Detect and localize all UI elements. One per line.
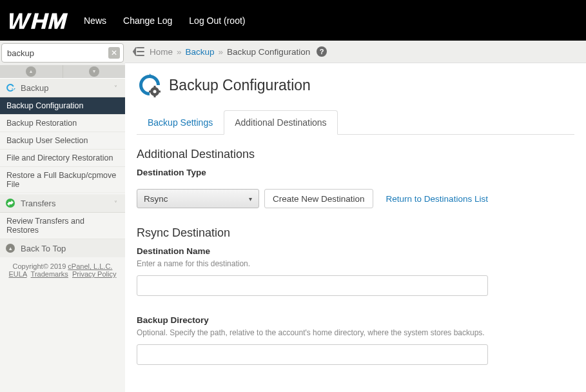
clear-search-icon[interactable]: ✕ xyxy=(108,47,120,59)
transfers-icon xyxy=(5,198,15,208)
nav-logout[interactable]: Log Out (root) xyxy=(189,15,245,26)
destination-name-input[interactable] xyxy=(137,275,488,296)
breadcrumb-backup[interactable]: Backup xyxy=(186,47,215,57)
arrow-up-icon xyxy=(5,243,15,253)
rsync-section-heading: Rsync Destination xyxy=(137,226,574,240)
sidebar-item-backup-restoration[interactable]: Backup Restoration xyxy=(0,115,125,132)
backup-directory-label: Backup Directory xyxy=(137,315,574,325)
breadcrumb-current: Backup Configuration xyxy=(227,47,310,57)
chevron-down-icon: ˅ xyxy=(112,200,120,207)
destination-type-select[interactable]: Rsync xyxy=(137,189,259,208)
breadcrumb-separator: » xyxy=(219,47,224,57)
eula-link[interactable]: EULA xyxy=(9,270,27,278)
expand-all-button[interactable] xyxy=(63,65,126,78)
backup-directory-help: Optional. Specify the path, relative to … xyxy=(137,328,574,338)
refresh-icon xyxy=(5,83,15,93)
sidebar-item-file-directory-restoration[interactable]: File and Directory Restoration xyxy=(0,150,125,167)
sidebar-item-backup-configuration[interactable]: Backup Configuration xyxy=(0,97,125,115)
collapse-all-button[interactable] xyxy=(0,65,63,78)
group-label: Transfers xyxy=(21,199,112,208)
create-new-destination-button[interactable]: Create New Destination xyxy=(264,189,373,208)
copyright-text: Copyright© 2019 xyxy=(13,262,68,270)
company-link[interactable]: cPanel, L.L.C. xyxy=(68,262,112,270)
breadcrumb-separator: » xyxy=(177,47,182,57)
destination-type-label: Destination Type xyxy=(137,168,574,177)
help-icon[interactable]: ? xyxy=(317,46,327,57)
chevron-down-icon: ˅ xyxy=(112,84,120,92)
breadcrumb: Home » Backup » Backup Configuration ? xyxy=(125,41,586,63)
return-to-list-link[interactable]: Return to Destinations List xyxy=(386,194,488,204)
tabs: Backup Settings Additional Destinations xyxy=(137,110,574,135)
back-to-top[interactable]: Back To Top xyxy=(0,239,125,257)
group-transfers[interactable]: Transfers ˅ xyxy=(0,193,125,213)
nav-change-log[interactable]: Change Log xyxy=(123,15,172,26)
section-heading: Additional Destinations xyxy=(137,148,574,161)
nav-arrow-row xyxy=(0,65,125,78)
trademarks-link[interactable]: Trademarks xyxy=(31,270,68,278)
svg-rect-5 xyxy=(149,91,151,93)
tab-additional-destinations[interactable]: Additional Destinations xyxy=(224,110,337,135)
backup-directory-input[interactable] xyxy=(137,344,488,365)
sidebar-item-backup-user-selection[interactable]: Backup User Selection xyxy=(0,132,125,150)
nav-news[interactable]: News xyxy=(84,15,106,26)
top-nav: News Change Log Log Out (root) xyxy=(84,15,245,26)
svg-point-2 xyxy=(153,90,157,93)
privacy-link[interactable]: Privacy Policy xyxy=(72,270,116,278)
svg-rect-4 xyxy=(154,95,156,97)
group-label: Backup xyxy=(21,83,112,93)
breadcrumb-home[interactable]: Home xyxy=(150,47,173,57)
destination-name-help: Enter a name for this destination. xyxy=(137,259,574,269)
back-to-top-label: Back To Top xyxy=(21,244,66,253)
breadcrumb-toggle-icon[interactable] xyxy=(132,46,146,57)
backup-configuration-icon xyxy=(137,72,162,98)
group-backup[interactable]: Backup ˅ xyxy=(0,78,125,97)
sidebar: ✕ Backup ˅ Backup Configuration Backup R… xyxy=(0,41,125,392)
sidebar-footer: Copyright© 2019 cPanel, L.L.C. EULA Trad… xyxy=(0,257,125,283)
svg-rect-6 xyxy=(158,91,161,93)
tab-backup-settings[interactable]: Backup Settings xyxy=(137,110,224,135)
whm-logo[interactable] xyxy=(8,12,72,30)
search-input[interactable] xyxy=(1,43,124,63)
sidebar-item-restore-full-backup[interactable]: Restore a Full Backup/cpmove File xyxy=(0,167,125,193)
sidebar-item-review-transfers[interactable]: Review Transfers and Restores xyxy=(0,213,125,239)
page-title: Backup Configuration xyxy=(169,77,311,94)
svg-rect-3 xyxy=(154,86,156,88)
destination-name-label: Destination Name xyxy=(137,246,574,256)
top-bar: News Change Log Log Out (root) xyxy=(0,0,586,41)
